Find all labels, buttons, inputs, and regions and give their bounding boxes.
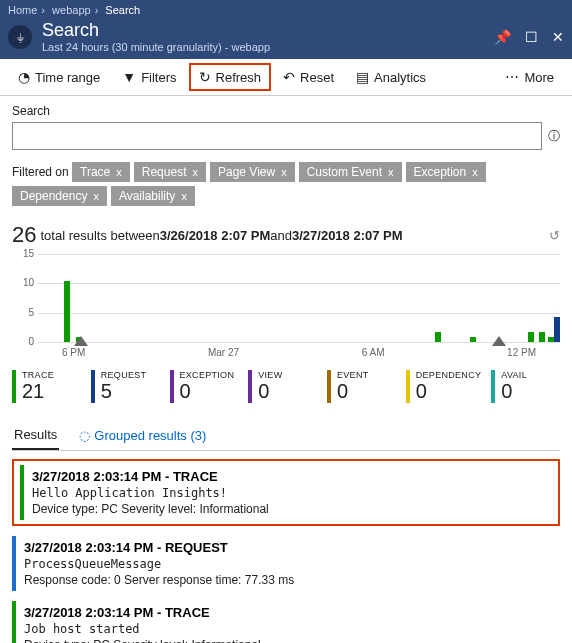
filters-button[interactable]: ▼Filters	[112, 63, 186, 91]
page-title: Search	[42, 20, 494, 41]
more-button[interactable]: ⋯More	[495, 63, 564, 91]
stat-dependency[interactable]: DEPENDENCY0	[406, 370, 482, 403]
filter-chip[interactable]: Requestx	[134, 162, 206, 182]
filter-chip[interactable]: Exceptionx	[406, 162, 486, 182]
chip-remove-icon[interactable]: x	[192, 166, 198, 178]
clock-icon: ◔	[18, 69, 30, 85]
spinner-icon: ◌	[79, 428, 90, 443]
info-icon[interactable]: ⓘ	[548, 128, 560, 145]
chip-remove-icon[interactable]: x	[93, 190, 99, 202]
result-item[interactable]: 3/27/2018 2:03:14 PM - TRACEJob host sta…	[12, 601, 560, 643]
filter-chip[interactable]: Dependencyx	[12, 186, 107, 206]
filter-chip[interactable]: Availabilityx	[111, 186, 195, 206]
refresh-button[interactable]: ↻Refresh	[189, 63, 272, 91]
result-item[interactable]: 3/27/2018 2:03:14 PM - TRACEHello Applic…	[20, 465, 552, 520]
filtered-on-label: Filtered on	[12, 165, 69, 179]
toolbar: ◔Time range ▼Filters ↻Refresh ↶Reset ▤An…	[0, 59, 572, 96]
tab-results[interactable]: Results	[12, 421, 59, 450]
chip-remove-icon[interactable]: x	[181, 190, 187, 202]
breadcrumb: Home› webapp› Search	[8, 4, 564, 16]
maximize-icon[interactable]: ☐	[525, 29, 538, 45]
analytics-icon: ▤	[356, 69, 369, 85]
insights-icon: ⏚	[8, 25, 32, 49]
time-range-button[interactable]: ◔Time range	[8, 63, 110, 91]
bc-current: Search	[105, 4, 140, 16]
stats-row: TRACE21REQUEST5EXCEPTION0VIEW0EVENT0DEPE…	[12, 370, 560, 403]
stat-view[interactable]: VIEW0	[248, 370, 317, 403]
history-icon[interactable]: ↺	[549, 228, 560, 243]
reset-button[interactable]: ↶Reset	[273, 63, 344, 91]
chip-remove-icon[interactable]: x	[281, 166, 287, 178]
filter-chip[interactable]: Tracex	[72, 162, 130, 182]
page-subtitle: Last 24 hours (30 minute granularity) - …	[42, 41, 494, 53]
chip-remove-icon[interactable]: x	[472, 166, 478, 178]
results-list: 3/27/2018 2:03:14 PM - TRACEHello Applic…	[12, 459, 560, 643]
stat-event[interactable]: EVENT0	[327, 370, 396, 403]
range-start-handle[interactable]	[74, 336, 88, 346]
chip-remove-icon[interactable]: x	[388, 166, 394, 178]
filter-chip[interactable]: Custom Eventx	[299, 162, 402, 182]
stat-trace[interactable]: TRACE21	[12, 370, 81, 403]
pin-icon[interactable]: 📌	[494, 29, 511, 45]
close-icon[interactable]: ✕	[552, 29, 564, 45]
range-end-handle[interactable]	[492, 336, 506, 346]
filter-chip[interactable]: Page Viewx	[210, 162, 295, 182]
stat-request[interactable]: REQUEST5	[91, 370, 160, 403]
undo-icon: ↶	[283, 69, 295, 85]
bc-app[interactable]: webapp	[52, 4, 91, 16]
search-label: Search	[12, 104, 560, 118]
funnel-icon: ▼	[122, 69, 136, 85]
chip-remove-icon[interactable]: x	[116, 166, 122, 178]
refresh-icon: ↻	[199, 69, 211, 85]
search-input[interactable]	[12, 122, 542, 150]
dots-icon: ⋯	[505, 69, 519, 85]
analytics-button[interactable]: ▤Analytics	[346, 63, 436, 91]
header: Home› webapp› Search ⏚ Search Last 24 ho…	[0, 0, 572, 59]
stat-exception[interactable]: EXCEPTION0	[170, 370, 239, 403]
tab-grouped[interactable]: ◌Grouped results (3)	[77, 422, 208, 449]
result-item[interactable]: 3/27/2018 2:03:14 PM - REQUESTProcessQue…	[12, 536, 560, 591]
bc-home[interactable]: Home	[8, 4, 37, 16]
timeline-chart: 0510156 PMMar 276 AM12 PM	[38, 254, 560, 354]
stat-avail[interactable]: AVAIL0	[491, 370, 560, 403]
results-summary: 26 total results between 3/26/2018 2:07 …	[12, 222, 560, 248]
